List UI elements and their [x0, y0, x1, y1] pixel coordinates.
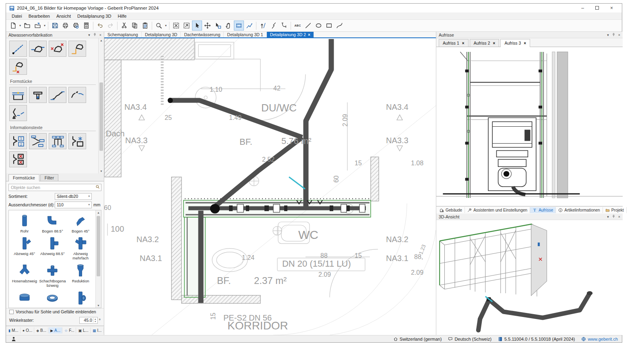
doc-tab-schemaplanung[interactable]: Schemaplanung — [104, 32, 142, 37]
tab-close-icon[interactable]: × — [308, 33, 310, 37]
info-symbols-button[interactable] — [68, 133, 86, 149]
frame-select-button[interactable] — [234, 21, 244, 31]
scroll-thumb[interactable] — [97, 216, 100, 276]
undo-button[interactable] — [95, 21, 105, 31]
select-button[interactable] — [192, 21, 202, 31]
elevation-button[interactable] — [258, 21, 268, 31]
arc-button[interactable] — [334, 21, 345, 31]
print-preview-button[interactable] — [71, 21, 81, 31]
close-button[interactable]: × — [610, 6, 613, 10]
pipe-closed-button[interactable] — [49, 41, 66, 57]
menu-datei[interactable]: Datei — [8, 12, 25, 20]
fitting-box-button[interactable] — [9, 87, 27, 103]
fitting-chain-button[interactable] — [9, 105, 27, 121]
info-multi-button[interactable] — [49, 133, 66, 149]
winkelraster-input[interactable]: 45.0 ▲▼ — [79, 317, 98, 324]
dropdown-caret-icon[interactable]: ▾ — [164, 24, 167, 27]
pin-icon[interactable] — [93, 33, 97, 37]
part-muffe[interactable] — [10, 289, 39, 308]
panel-close-icon[interactable]: × — [99, 33, 101, 37]
modify-button[interactable] — [268, 21, 279, 31]
part-abzweig-45[interactable]: Abzweig 45° — [10, 234, 39, 262]
doc-tab-dachentwässerung[interactable]: Dachentwässerung — [181, 32, 224, 37]
bottom-tab-m[interactable]: ▮M... — [7, 327, 21, 333]
tab-close-icon[interactable]: × — [462, 41, 464, 45]
doc-tab-detailplanung-3d[interactable]: Detailplanung 3D — [142, 32, 181, 37]
fitting-bend-button[interactable] — [49, 87, 66, 103]
panel-dropdown-icon[interactable]: ▾ — [88, 33, 90, 37]
save-button[interactable] — [50, 21, 60, 31]
pipe-open-button[interactable] — [29, 41, 47, 57]
copy-button[interactable] — [130, 21, 140, 31]
info-delete-button[interactable] — [9, 151, 27, 167]
part-hosenabzweig[interactable]: Hosenabzweig — [10, 262, 39, 289]
dropdown-caret-icon[interactable]: ▾ — [19, 24, 22, 27]
text-button[interactable]: ABC — [293, 21, 303, 31]
scroll-up-icon[interactable]: ▲ — [96, 211, 101, 214]
minimize-button[interactable]: – — [581, 6, 584, 10]
scroll-up-icon[interactable]: ▲ — [99, 39, 104, 42]
connect-button[interactable] — [279, 21, 289, 31]
scroll-down-icon[interactable]: ▼ — [96, 304, 101, 307]
panel-tab-artikelinformationen[interactable]: Artikelinformationen — [556, 207, 603, 213]
pan-button[interactable] — [223, 21, 233, 31]
new-document-button[interactable] — [8, 21, 18, 31]
panel-dropdown-icon[interactable]: ▾ — [607, 215, 609, 219]
menu-ansicht[interactable]: Ansicht — [53, 12, 74, 20]
sortiment-select[interactable]: Silent-db20▾ — [55, 193, 92, 200]
floor-plan-canvas[interactable]: 1.1042NA3.4NA3.4DU/WC1.4925DachNA3.3NA3.… — [104, 38, 436, 335]
part-bogen-88[interactable]: Bogen 88.5° — [39, 212, 67, 235]
move-button[interactable] — [202, 21, 213, 31]
pipe-route-end-button[interactable] — [9, 59, 27, 75]
menu-detailplanung-3d[interactable]: Detailplanung 3D — [74, 12, 114, 20]
menu-bearbeiten[interactable]: Bearbeiten — [25, 12, 53, 20]
aufriss-tab-aufriss-3[interactable]: Aufriss 3× — [500, 39, 530, 47]
panel-dropdown-icon[interactable]: ▾ — [607, 33, 609, 37]
bottom-tab-i[interactable]: ▦I... — [91, 327, 104, 333]
catalog-tab-formstücke[interactable]: Formstücke — [8, 174, 39, 181]
part-reduktion[interactable]: Reduktion — [66, 262, 95, 289]
info-numbers-button[interactable]: 12 — [9, 133, 27, 149]
doc-tab-detailplanung-3d-2[interactable]: Detailplanung 3D 2× — [267, 32, 314, 37]
part-abzweig-88[interactable]: Abzweig 88.5° — [39, 234, 67, 262]
elevation-canvas[interactable] — [436, 47, 623, 206]
pipe-route-button[interactable] — [68, 41, 86, 57]
redo-button[interactable] — [105, 21, 116, 31]
menu-hilfe[interactable]: Hilfe — [114, 12, 130, 20]
panel-close-icon[interactable]: × — [618, 33, 620, 37]
search-input[interactable] — [8, 184, 101, 191]
fitting-tee-button[interactable] — [29, 87, 47, 103]
rectangle-button[interactable] — [324, 21, 334, 31]
view3d-canvas[interactable] — [436, 220, 623, 335]
spin-down-icon[interactable]: ▼ — [94, 320, 96, 323]
bottom-tab-f[interactable]: ☆F... — [63, 327, 76, 333]
scroll-thumb[interactable] — [99, 82, 103, 151]
bottom-tab-b[interactable]: ◆B... — [35, 327, 48, 333]
part-schachtbogenabzweig[interactable]: Schachtbogenabzweig — [39, 262, 67, 289]
line-button[interactable] — [303, 21, 313, 31]
bottom-tab-o[interactable]: ●O... — [21, 327, 35, 333]
parts-scrollbar[interactable]: ▲ ▼ — [95, 210, 101, 308]
fitting-connect-button[interactable] — [68, 87, 86, 103]
panel-tab-gebäude[interactable]: Gebäude — [437, 207, 465, 213]
status-globe[interactable]: www.geberit.ch — [581, 337, 618, 341]
cut-button[interactable] — [119, 21, 129, 31]
print-button[interactable] — [60, 21, 70, 31]
zoom-button[interactable] — [154, 21, 164, 31]
paste-button[interactable] — [140, 21, 150, 31]
aufriss-tab-aufriss-1[interactable]: Aufriss 1× — [439, 39, 469, 47]
doc-tab-detailplanung-3d-1[interactable]: Detailplanung 3D 1 — [224, 32, 266, 37]
part-bogen-45[interactable]: Bogen 45° — [66, 212, 95, 235]
preview-checkbox[interactable] — [9, 310, 14, 314]
part-rohr[interactable]: Rohr — [10, 212, 39, 235]
panel-tab-assistenten-und-einstellungen[interactable]: Assistenten und Einstellungen — [465, 207, 530, 213]
dropdown-caret-icon[interactable]: ▾ — [43, 24, 46, 27]
tab-close-icon[interactable]: × — [493, 41, 495, 45]
import-file-button[interactable] — [33, 21, 43, 31]
palette-scrollbar[interactable]: ▲ ▼ — [98, 38, 104, 173]
part-abzweig-mehrfach[interactable]: Abzweig mehrfach — [66, 234, 95, 262]
bottom-tab-a[interactable]: ▶A... — [49, 327, 62, 333]
info-labels-button[interactable] — [29, 133, 47, 149]
pin-icon[interactable] — [612, 33, 615, 37]
aufriss-tab-aufriss-2[interactable]: Aufriss 2× — [470, 39, 500, 47]
